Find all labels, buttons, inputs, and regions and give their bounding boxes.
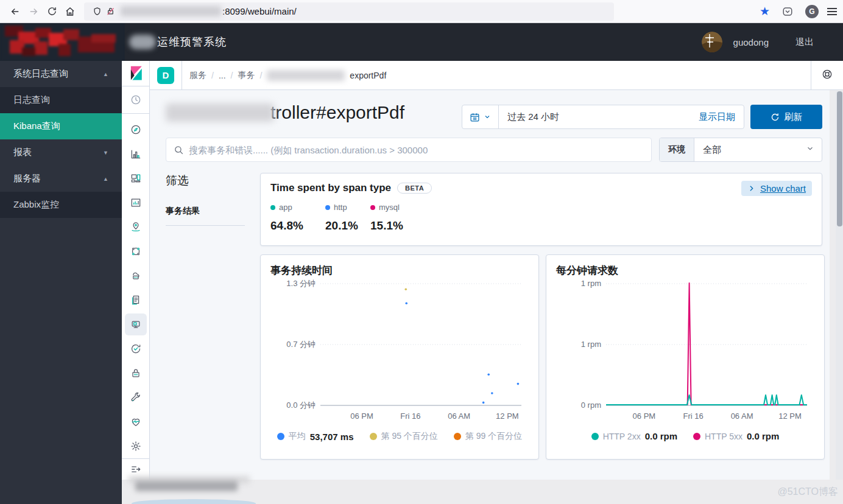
span-legend-item[interactable]: mysql [370, 203, 425, 212]
show-dates-link[interactable]: 显示日期 [699, 111, 744, 123]
breadcrumb-item[interactable]: ... [219, 71, 226, 80]
sidebar-item-报表[interactable]: 报表▼ [0, 139, 122, 166]
bookmark-star-icon[interactable]: ★ [760, 4, 770, 18]
kibana-logo-icon[interactable] [122, 61, 149, 86]
chart-legend-item[interactable]: 平均 53,707 ms [277, 431, 354, 442]
show-chart-link[interactable]: Show chart [741, 181, 812, 196]
breadcrumb-item[interactable]: 事务 [238, 70, 255, 81]
span-legend-item[interactable]: app [270, 203, 325, 212]
span-values: 64.8% 20.1% 15.1% [270, 219, 812, 233]
apm-icon[interactable] [125, 313, 147, 335]
svg-text:06 AM: 06 AM [731, 411, 753, 421]
legend-dot-icon [591, 433, 599, 440]
dev-tools-icon[interactable] [125, 387, 147, 408]
kibana-topbar: D 服务/.../事务/exportPdf [150, 61, 843, 90]
menu-icon[interactable] [827, 6, 837, 17]
rpm-chart-canvas[interactable]: 1 rpm1 rpm0 rpm06 PMFri 1606 AM12 PM [556, 278, 814, 430]
legend-dot-icon [325, 205, 330, 210]
sidebar-item-Kibana查询[interactable]: Kibana查询 [0, 113, 122, 139]
user-avatar[interactable] [702, 32, 722, 52]
siem-icon[interactable] [125, 362, 147, 384]
span-type-panel: Time spent by span type BETA Show chart … [260, 173, 822, 246]
browser-toolbar: :8099/webui/main/ ★ G [0, 0, 843, 23]
canvas-icon[interactable] [125, 192, 147, 214]
search-input[interactable] [189, 145, 644, 155]
duration-chart-panel: 事务持续时间 1.3 分钟0.7 分钟0.0 分钟06 PMFri 1606 A… [260, 254, 539, 460]
filters-title: 筛选 [166, 173, 260, 189]
app-header: 运维预警系统 guodong 退出 [0, 23, 843, 61]
blurred-status-text [135, 481, 238, 491]
filters-sidebar: 筛选 事务结果 [166, 173, 260, 460]
help-icon[interactable] [821, 68, 833, 83]
machine-learning-icon[interactable] [125, 240, 147, 262]
breadcrumb-item[interactable]: 服务 [189, 70, 206, 81]
insecure-lock-icon[interactable] [104, 2, 117, 21]
back-icon[interactable] [6, 2, 24, 21]
chart-legend-item[interactable]: HTTP 2xx 0.0 rpm [591, 431, 677, 441]
legend-dot-icon [370, 205, 375, 210]
sidebar-item-Zabbix监控[interactable]: Zabbix监控 [0, 192, 122, 218]
chart-legend-item[interactable]: HTTP 5xx 0.0 rpm [693, 431, 779, 441]
compass-icon[interactable] [125, 119, 147, 141]
scrollbar-thumb[interactable] [837, 91, 842, 226]
legend-dot-icon [370, 433, 377, 440]
svg-text:12 PM: 12 PM [778, 411, 802, 421]
bar-chart-icon[interactable] [125, 143, 147, 165]
filters-section-label: 事务结果 [166, 206, 260, 217]
chevron-up-icon: ▲ [103, 176, 108, 182]
logout-link[interactable]: 退出 [795, 37, 814, 48]
recently-viewed-icon[interactable] [122, 86, 149, 114]
pocket-icon[interactable] [778, 2, 797, 21]
reload-icon[interactable] [43, 2, 61, 21]
browser-account-avatar[interactable]: G [805, 5, 819, 18]
screen: :8099/webui/main/ ★ G [0, 0, 843, 504]
scrollbar[interactable] [836, 91, 843, 480]
chart-legend-item[interactable]: 第 99 个百分位 [454, 431, 522, 442]
home-icon[interactable] [61, 2, 79, 21]
dashboard-icon[interactable] [125, 167, 147, 189]
shield-icon[interactable] [90, 2, 104, 21]
maps-icon[interactable] [125, 216, 147, 238]
chart-legend-item[interactable]: 第 95 个百分位 [370, 431, 438, 442]
search-box[interactable] [166, 138, 652, 162]
uptime-icon[interactable] [125, 338, 147, 360]
time-range-value: 过去 24 小时 [507, 111, 559, 123]
footer-shape [132, 499, 256, 504]
infrastructure-icon[interactable] [125, 265, 147, 287]
chevron-right-icon [747, 184, 755, 192]
svg-text:0.0 分钟: 0.0 分钟 [286, 401, 316, 410]
duration-chart-canvas[interactable]: 1.3 分钟0.7 分钟0.0 分钟06 PMFri 1606 AM12 PM [270, 278, 529, 430]
url-bar[interactable]: :8099/webui/main/ [84, 2, 614, 21]
url-text: :8099/webui/main/ [222, 6, 297, 16]
svg-text:1 rpm: 1 rpm [581, 279, 601, 288]
svg-text:Fri 16: Fri 16 [683, 411, 704, 421]
calendar-icon[interactable] [462, 105, 499, 128]
sidebar-item-系统日志查询[interactable]: 系统日志查询▲ [0, 61, 122, 87]
rpm-chart-legend: HTTP 2xx 0.0 rpmHTTP 5xx 0.0 rpm [556, 431, 814, 441]
legend-dot-icon [693, 433, 700, 440]
span-legend: apphttpmysql [270, 203, 812, 212]
sidebar-item-label: 报表 [13, 147, 32, 158]
environment-select[interactable]: 环境 全部 [659, 138, 822, 162]
blurred-title-segment [166, 103, 274, 122]
span-legend-item[interactable]: http [325, 203, 370, 212]
monitoring-icon[interactable] [125, 411, 147, 433]
user-name[interactable]: guodong [733, 37, 769, 47]
settings-icon[interactable] [125, 435, 147, 457]
legend-dot-icon [454, 433, 461, 440]
page-title: troller#exportPdf [166, 102, 404, 123]
span-panel-title: Time spent by span type [270, 182, 391, 194]
sidebar-item-服务器[interactable]: 服务器▲ [0, 166, 122, 192]
svg-text:Fri 16: Fri 16 [400, 411, 420, 421]
duration-chart-title: 事务持续时间 [270, 264, 529, 278]
duration-chart-legend: 平均 53,707 ms第 95 个百分位第 99 个百分位 [270, 431, 529, 442]
search-icon [174, 145, 184, 155]
sidebar-item-日志查询[interactable]: 日志查询 [0, 87, 122, 113]
time-picker[interactable]: 过去 24 小时 显示日期 [462, 105, 744, 129]
space-badge[interactable]: D [157, 67, 174, 84]
forward-icon[interactable] [24, 2, 43, 21]
footer-strip: @51CTO博客 [122, 480, 843, 504]
logs-icon[interactable] [125, 289, 147, 311]
refresh-button[interactable]: 刷新 [750, 105, 822, 129]
sidebar-item-label: 服务器 [13, 173, 41, 184]
